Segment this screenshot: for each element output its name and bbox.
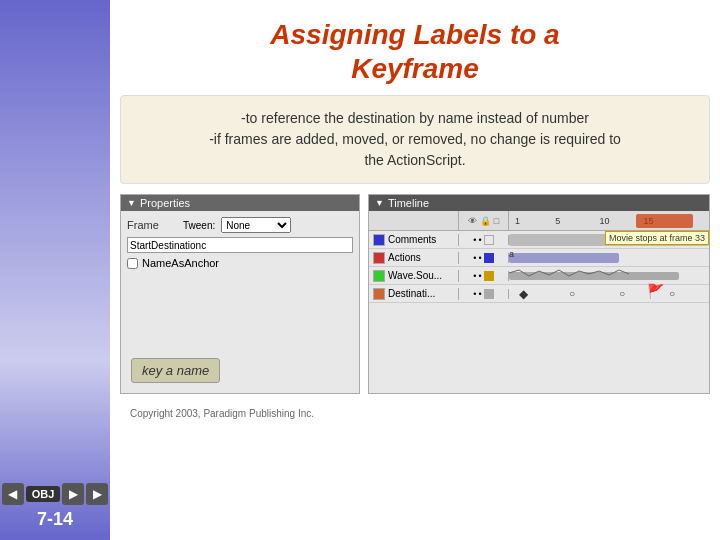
timeline-panel: ▼ Timeline 👁 🔒 □ 1 bbox=[368, 194, 710, 394]
frame-numbers: 1 5 10 15 bbox=[513, 211, 705, 230]
box-icon: □ bbox=[494, 216, 499, 226]
timeline-row-destination: Destinati... • • ◆ ○ ○ ○ bbox=[369, 285, 709, 303]
content-area: -to reference the destination by name in… bbox=[110, 95, 720, 540]
layer-icon-actions bbox=[373, 252, 385, 264]
eye-toggle-actions[interactable]: • bbox=[473, 253, 476, 263]
lock-toggle-destination[interactable]: • bbox=[479, 289, 482, 299]
anchor-label: NameAsAnchor bbox=[142, 257, 219, 269]
frames-col-header: 1 5 10 15 bbox=[509, 211, 709, 230]
page-title: Assigning Labels to a Keyframe bbox=[130, 18, 700, 85]
timeline-row-comments: Comments • • Movie stops at frame 33 bbox=[369, 231, 709, 249]
timeline-titlebar: ▼ Timeline bbox=[369, 195, 709, 211]
tween-select[interactable]: None bbox=[221, 217, 291, 233]
box-toggle-wave[interactable] bbox=[484, 271, 494, 281]
timeline-header: 👁 🔒 □ 1 5 10 15 bbox=[369, 211, 709, 231]
keyframe-dot-1: ◆ bbox=[519, 287, 528, 301]
layer-label-destination: Destinati... bbox=[388, 288, 435, 299]
frames-destination: ◆ ○ ○ ○ 🚩 bbox=[509, 285, 709, 302]
box-toggle-comments[interactable] bbox=[484, 235, 494, 245]
layer-label-actions: Actions bbox=[388, 252, 421, 263]
key-name-label: key a name bbox=[131, 358, 220, 383]
obj-badge: OBJ bbox=[26, 486, 61, 502]
layer-name-wave: Wave.Sou... bbox=[369, 270, 459, 282]
keyframe-dot-2: ○ bbox=[569, 288, 575, 299]
timeline-content: ▼ Timeline 👁 🔒 □ 1 bbox=[369, 195, 709, 393]
box-toggle-destination[interactable] bbox=[484, 289, 494, 299]
layer-icon-comments bbox=[373, 234, 385, 246]
properties-titlebar: ▼ Properties bbox=[121, 195, 359, 211]
frame-label: Frame bbox=[127, 219, 177, 231]
layer-name-destination: Destinati... bbox=[369, 288, 459, 300]
copyright-text: Copyright 2003, Paradigm Publishing Inc. bbox=[120, 404, 710, 423]
frame-label-a: a bbox=[509, 249, 514, 259]
title-line2: Keyframe bbox=[351, 53, 479, 84]
description-box: -to reference the destination by name in… bbox=[120, 95, 710, 184]
layer-icons-destination: • • bbox=[459, 289, 509, 299]
lock-toggle-actions[interactable]: • bbox=[479, 253, 482, 263]
icons-col-header: 👁 🔒 □ bbox=[459, 211, 509, 230]
frame-num-10: 10 bbox=[599, 216, 609, 226]
layer-name-comments: Comments bbox=[369, 234, 459, 246]
frames-actions: a bbox=[509, 249, 709, 266]
red-flag-icon: 🚩 bbox=[647, 283, 664, 299]
desc-text: -to reference the destination by name in… bbox=[209, 110, 621, 168]
layer-icons-actions: • • bbox=[459, 253, 509, 263]
frame-bar-actions bbox=[509, 253, 619, 263]
timeline-arrow-icon: ▼ bbox=[375, 198, 384, 208]
lock-icon: 🔒 bbox=[480, 216, 491, 226]
sidebar: ◀ OBJ ▶ ▶ 7-14 bbox=[0, 0, 110, 540]
layer-name-actions: Actions bbox=[369, 252, 459, 264]
frame-num-1: 1 bbox=[515, 216, 520, 226]
frames-comments: Movie stops at frame 33 bbox=[509, 231, 709, 248]
sidebar-bottom: ◀ OBJ ▶ ▶ 7-14 bbox=[2, 483, 109, 530]
eye-toggle-destination[interactable]: • bbox=[473, 289, 476, 299]
frames-wave bbox=[509, 267, 709, 284]
nav-buttons: ◀ OBJ ▶ ▶ bbox=[2, 483, 109, 505]
properties-panel: ▼ Properties Frame Tween: None bbox=[120, 194, 360, 394]
layer-icons-wave: • • bbox=[459, 271, 509, 281]
next-button[interactable]: ▶ bbox=[86, 483, 108, 505]
timeline-panel-title: Timeline bbox=[388, 197, 429, 209]
eye-toggle-wave[interactable]: • bbox=[473, 271, 476, 281]
frame-highlight bbox=[636, 214, 694, 228]
anchor-checkbox[interactable] bbox=[127, 258, 138, 269]
layer-icons-comments: • • bbox=[459, 235, 509, 245]
lock-toggle-wave[interactable]: • bbox=[479, 271, 482, 281]
box-toggle-actions[interactable] bbox=[484, 253, 494, 263]
prop-anchor-row: NameAsAnchor bbox=[127, 257, 353, 269]
properties-content: Frame Tween: None NameAsAnchor bbox=[121, 211, 359, 275]
keyframe-dot-4: ○ bbox=[669, 288, 675, 299]
title-area: Assigning Labels to a Keyframe bbox=[110, 0, 720, 95]
title-line1: Assigning Labels to a bbox=[270, 19, 559, 50]
layer-col-header bbox=[369, 211, 459, 230]
prev-button[interactable]: ◀ bbox=[2, 483, 24, 505]
main-content: Assigning Labels to a Keyframe -to refer… bbox=[110, 0, 720, 540]
destination-input[interactable] bbox=[127, 237, 353, 253]
timeline-row-actions: Actions • • a bbox=[369, 249, 709, 267]
layer-label-comments: Comments bbox=[388, 234, 436, 245]
layer-icon-destination bbox=[373, 288, 385, 300]
keyframe-dot-3: ○ bbox=[619, 288, 625, 299]
layer-icon-wave bbox=[373, 270, 385, 282]
lock-toggle-comments[interactable]: • bbox=[479, 235, 482, 245]
panel-arrow-icon: ▼ bbox=[127, 198, 136, 208]
play-button[interactable]: ▶ bbox=[62, 483, 84, 505]
prop-frame-row: Frame Tween: None bbox=[127, 217, 353, 233]
layer-label-wave: Wave.Sou... bbox=[388, 270, 442, 281]
waveform-icon bbox=[509, 269, 679, 277]
slide-number: 7-14 bbox=[37, 509, 73, 530]
tween-label-text: Tween: bbox=[183, 220, 215, 231]
eye-toggle-comments[interactable]: • bbox=[473, 235, 476, 245]
properties-panel-title: Properties bbox=[140, 197, 190, 209]
eye-icon: 👁 bbox=[468, 216, 477, 226]
frame-num-5: 5 bbox=[555, 216, 560, 226]
movie-stops-label: Movie stops at frame 33 bbox=[605, 231, 709, 245]
prop-destination-row bbox=[127, 237, 353, 253]
panels-row: ▼ Properties Frame Tween: None bbox=[120, 194, 710, 394]
